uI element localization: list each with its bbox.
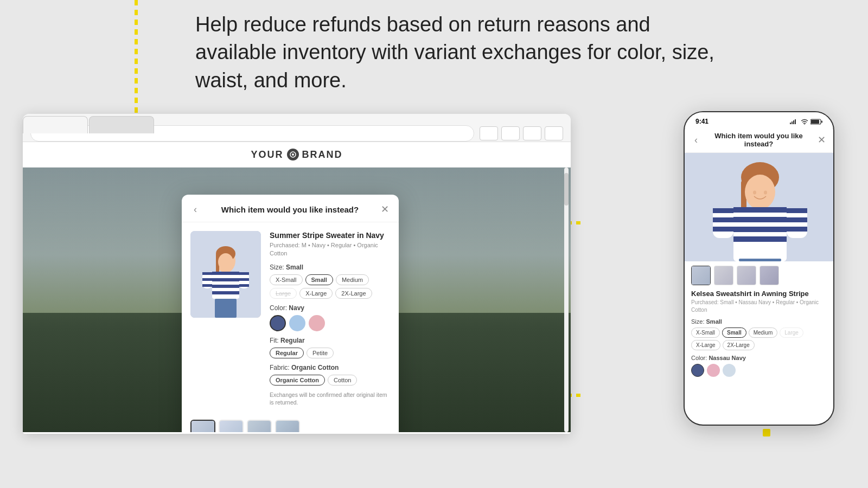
browser-chrome [23, 114, 571, 142]
thumbnail-1[interactable] [190, 420, 215, 432]
size-chip-xlarge[interactable]: X-Large [299, 288, 333, 299]
brand-logo [287, 149, 299, 160]
svg-rect-36 [733, 227, 787, 232]
svg-point-32 [745, 175, 775, 209]
size-chip-large[interactable]: Large [270, 288, 297, 299]
fit-label: Fit: Regular [270, 337, 390, 344]
mobile-time: 9:41 [695, 118, 709, 125]
mobile-color-label: Color: Nassau Navy [691, 355, 827, 361]
svg-rect-24 [795, 119, 796, 124]
mobile-close-button[interactable]: ✕ [818, 134, 826, 146]
browser-tabs [23, 114, 155, 133]
svg-rect-41 [713, 227, 733, 232]
size-chip-xsmall[interactable]: X-Small [270, 274, 303, 285]
mobile-size-label: Size: Small [691, 318, 827, 325]
svg-rect-12 [202, 272, 212, 275]
mobile-color-pink[interactable] [707, 364, 720, 377]
svg-rect-39 [713, 208, 733, 213]
browser-action-3[interactable] [523, 126, 541, 140]
mobile-size-options: X-Small Small Medium Large X-Large 2X-La… [691, 328, 827, 350]
mobile-color-navy[interactable] [691, 364, 704, 377]
svg-rect-10 [212, 291, 239, 294]
svg-rect-35 [733, 217, 787, 222]
exchange-modal: ‹ Which item would you like instead? ✕ [182, 195, 399, 432]
svg-rect-46 [739, 259, 781, 261]
browser-action-2[interactable] [501, 126, 520, 140]
browser-mockup: YOUR BRAND ‹ Which item would yo [23, 114, 571, 434]
browser-scrollbar-thumb[interactable] [564, 173, 569, 206]
modal-close-button[interactable]: ✕ [381, 203, 389, 215]
color-chip-navy[interactable] [270, 315, 286, 331]
svg-rect-22 [792, 121, 793, 124]
browser-actions [480, 126, 563, 140]
mobile-size-medium[interactable]: Medium [749, 328, 778, 338]
mobile-thumb-3[interactable] [737, 266, 756, 285]
thumbnail-4[interactable] [275, 420, 300, 432]
fabric-chip-organic[interactable]: Organic Cotton [270, 375, 325, 386]
color-options [270, 315, 390, 331]
size-chip-medium[interactable]: Medium [336, 274, 369, 285]
thumbnail-2[interactable] [219, 420, 244, 432]
size-label: Size: Small [270, 264, 390, 271]
mobile-color-lightblue[interactable] [723, 364, 736, 377]
mobile-size-xsmall[interactable]: X-Small [691, 328, 720, 338]
svg-rect-13 [202, 278, 212, 281]
svg-rect-27 [811, 120, 819, 124]
color-chip-lightblue[interactable] [289, 315, 305, 331]
fit-chip-regular[interactable]: Regular [270, 348, 304, 358]
mobile-content[interactable]: Kelsea Sweatshirt in Awning Stripe Purch… [685, 153, 833, 422]
mobile-thumb-2[interactable] [714, 266, 733, 285]
mobile-color-options [691, 364, 827, 377]
svg-rect-19 [215, 299, 237, 318]
svg-point-25 [804, 124, 805, 124]
svg-point-20 [218, 253, 233, 271]
mobile-product-name: Kelsea Sweatshirt in Awning Stripe [691, 290, 827, 298]
mobile-thumb-4[interactable] [760, 266, 779, 285]
thumbnail-3[interactable] [247, 420, 272, 432]
svg-rect-16 [239, 272, 249, 275]
yellow-dot [763, 429, 770, 436]
svg-rect-9 [212, 285, 239, 288]
size-chip-2xlarge[interactable]: 2X-Large [335, 288, 372, 299]
browser-scrollbar[interactable] [564, 168, 569, 432]
modal-back-button[interactable]: ‹ [192, 204, 199, 215]
modal-thumbnails [182, 420, 399, 432]
browser-tab-2[interactable] [89, 116, 154, 133]
dashed-line-left [135, 0, 138, 119]
svg-rect-33 [733, 207, 787, 261]
store-header: YOUR BRAND [23, 142, 571, 168]
modal-options: Summer Stripe Sweater in Navy Purchased:… [270, 231, 390, 411]
mobile-signal [790, 119, 822, 125]
mobile-mockup: 9:41 ‹ Whi [684, 111, 834, 426]
svg-rect-44 [787, 217, 807, 222]
svg-rect-14 [202, 284, 212, 287]
size-chip-small[interactable]: Small [305, 274, 333, 285]
svg-rect-43 [787, 208, 807, 213]
mobile-size-xlarge[interactable]: X-Large [691, 340, 720, 350]
svg-rect-34 [733, 207, 787, 213]
brand-name-text: YOUR [251, 149, 283, 160]
browser-content: YOUR BRAND ‹ Which item would yo [23, 142, 571, 434]
mobile-size-2xlarge[interactable]: 2X-Large [723, 340, 755, 350]
mobile-size-large[interactable]: Large [780, 328, 803, 338]
mobile-product-image [685, 153, 833, 261]
mobile-thumb-1[interactable] [691, 266, 711, 285]
browser-action-4[interactable] [545, 126, 563, 140]
svg-point-48 [764, 191, 767, 195]
mobile-status-bar: 9:41 [685, 112, 833, 127]
browser-action-1[interactable] [480, 126, 498, 140]
svg-rect-45 [787, 227, 807, 232]
browser-tab-1[interactable] [23, 116, 88, 133]
svg-rect-18 [239, 284, 249, 287]
svg-rect-37 [733, 236, 787, 242]
store-background: ‹ Which item would you like instead? ✕ [23, 168, 571, 432]
fit-chip-petite[interactable]: Petite [307, 348, 334, 358]
color-chip-pink[interactable] [309, 315, 325, 331]
fabric-chip-cotton[interactable]: Cotton [328, 375, 357, 386]
mobile-size-small[interactable]: Small [722, 328, 746, 338]
svg-rect-17 [239, 278, 249, 281]
svg-rect-8 [212, 278, 239, 281]
mobile-header: ‹ Which item would you like instead? ✕ [685, 127, 833, 153]
svg-rect-40 [713, 217, 733, 222]
mobile-back-button[interactable]: ‹ [692, 134, 700, 146]
